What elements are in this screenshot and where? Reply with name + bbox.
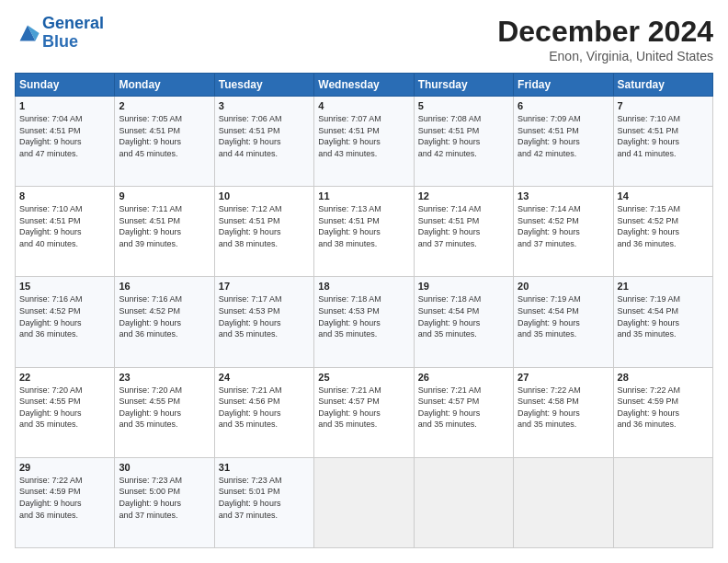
day-info: Sunrise: 7:22 AM Sunset: 4:59 PM Dayligh… [618,385,709,431]
day-cell: 20Sunrise: 7:19 AM Sunset: 4:54 PM Dayli… [514,277,613,367]
day-cell: 9Sunrise: 7:11 AM Sunset: 4:51 PM Daylig… [115,187,214,277]
day-cell: 3Sunrise: 7:06 AM Sunset: 4:51 PM Daylig… [214,97,313,187]
month-title: December 2024 [497,15,713,49]
day-number: 27 [518,372,609,383]
day-cell: 27Sunrise: 7:22 AM Sunset: 4:58 PM Dayli… [514,367,613,457]
day-info: Sunrise: 7:06 AM Sunset: 4:51 PM Dayligh… [219,113,310,159]
day-info: Sunrise: 7:11 AM Sunset: 4:51 PM Dayligh… [119,203,210,249]
day-info: Sunrise: 7:18 AM Sunset: 4:54 PM Dayligh… [418,293,509,339]
day-info: Sunrise: 7:05 AM Sunset: 4:51 PM Dayligh… [119,113,210,159]
day-info: Sunrise: 7:22 AM Sunset: 4:58 PM Dayligh… [518,385,609,431]
day-cell: 12Sunrise: 7:14 AM Sunset: 4:51 PM Dayli… [414,187,513,277]
logo-general: General [42,14,104,32]
week-row-2: 8Sunrise: 7:10 AM Sunset: 4:51 PM Daylig… [16,187,713,277]
day-info: Sunrise: 7:08 AM Sunset: 4:51 PM Dayligh… [418,113,509,159]
day-cell: 16Sunrise: 7:16 AM Sunset: 4:52 PM Dayli… [115,277,214,367]
day-number: 9 [119,190,210,201]
weekday-header-saturday: Saturday [613,74,712,97]
day-info: Sunrise: 7:16 AM Sunset: 4:52 PM Dayligh… [19,293,110,339]
day-cell: 29Sunrise: 7:22 AM Sunset: 4:59 PM Dayli… [16,457,115,547]
day-cell: 31Sunrise: 7:23 AM Sunset: 5:01 PM Dayli… [214,457,313,547]
day-number: 26 [418,372,509,383]
day-number: 19 [418,281,509,292]
day-cell [314,457,414,547]
day-info: Sunrise: 7:21 AM Sunset: 4:57 PM Dayligh… [418,385,509,431]
day-cell: 8Sunrise: 7:10 AM Sunset: 4:51 PM Daylig… [16,187,115,277]
day-cell [514,457,613,547]
day-cell: 24Sunrise: 7:21 AM Sunset: 4:56 PM Dayli… [214,367,313,457]
day-info: Sunrise: 7:21 AM Sunset: 4:57 PM Dayligh… [318,385,409,431]
day-number: 11 [318,190,409,201]
day-number: 2 [119,100,210,111]
logo: General Blue [15,15,104,52]
header: General Blue December 2024 Enon, Virgini… [15,15,713,63]
day-info: Sunrise: 7:14 AM Sunset: 4:51 PM Dayligh… [418,203,509,249]
weekday-header-monday: Monday [115,74,214,97]
day-number: 18 [318,281,409,292]
day-cell: 18Sunrise: 7:18 AM Sunset: 4:53 PM Dayli… [314,277,414,367]
day-info: Sunrise: 7:16 AM Sunset: 4:52 PM Dayligh… [119,293,210,339]
day-number: 8 [19,190,110,201]
week-row-4: 22Sunrise: 7:20 AM Sunset: 4:55 PM Dayli… [16,367,713,457]
weekday-header-thursday: Thursday [414,74,513,97]
day-cell: 21Sunrise: 7:19 AM Sunset: 4:54 PM Dayli… [613,277,712,367]
day-number: 20 [518,281,609,292]
day-info: Sunrise: 7:19 AM Sunset: 4:54 PM Dayligh… [618,293,709,339]
weekday-header-friday: Friday [514,74,613,97]
weekday-header-wednesday: Wednesday [314,74,414,97]
day-info: Sunrise: 7:19 AM Sunset: 4:54 PM Dayligh… [518,293,609,339]
page: General Blue December 2024 Enon, Virgini… [0,0,728,563]
day-number: 28 [618,372,709,383]
day-number: 21 [618,281,709,292]
location: Enon, Virginia, United States [497,49,713,63]
day-number: 30 [119,462,210,473]
day-cell [414,457,513,547]
day-info: Sunrise: 7:20 AM Sunset: 4:55 PM Dayligh… [19,385,110,431]
day-cell: 14Sunrise: 7:15 AM Sunset: 4:52 PM Dayli… [613,187,712,277]
weekday-header-sunday: Sunday [16,74,115,97]
day-cell: 2Sunrise: 7:05 AM Sunset: 4:51 PM Daylig… [115,97,214,187]
day-info: Sunrise: 7:10 AM Sunset: 4:51 PM Dayligh… [618,113,709,159]
day-info: Sunrise: 7:20 AM Sunset: 4:55 PM Dayligh… [119,385,210,431]
logo-icon [15,20,40,46]
day-cell: 22Sunrise: 7:20 AM Sunset: 4:55 PM Dayli… [16,367,115,457]
day-info: Sunrise: 7:12 AM Sunset: 4:51 PM Dayligh… [219,203,310,249]
day-number: 10 [219,190,310,201]
day-number: 12 [418,190,509,201]
day-number: 7 [618,100,709,111]
calendar-body: 1Sunrise: 7:04 AM Sunset: 4:51 PM Daylig… [16,97,713,548]
day-cell: 26Sunrise: 7:21 AM Sunset: 4:57 PM Dayli… [414,367,513,457]
day-cell: 7Sunrise: 7:10 AM Sunset: 4:51 PM Daylig… [613,97,712,187]
day-number: 4 [318,100,409,111]
day-info: Sunrise: 7:23 AM Sunset: 5:00 PM Dayligh… [119,475,210,521]
day-number: 5 [418,100,509,111]
week-row-1: 1Sunrise: 7:04 AM Sunset: 4:51 PM Daylig… [16,97,713,187]
day-number: 13 [518,190,609,201]
day-info: Sunrise: 7:22 AM Sunset: 4:59 PM Dayligh… [19,475,110,521]
day-cell: 10Sunrise: 7:12 AM Sunset: 4:51 PM Dayli… [214,187,313,277]
day-cell: 13Sunrise: 7:14 AM Sunset: 4:52 PM Dayli… [514,187,613,277]
day-info: Sunrise: 7:10 AM Sunset: 4:51 PM Dayligh… [19,203,110,249]
day-number: 15 [19,281,110,292]
day-info: Sunrise: 7:21 AM Sunset: 4:56 PM Dayligh… [219,385,310,431]
day-number: 29 [19,462,110,473]
day-number: 24 [219,372,310,383]
day-cell: 17Sunrise: 7:17 AM Sunset: 4:53 PM Dayli… [214,277,313,367]
weekday-header-tuesday: Tuesday [214,74,313,97]
day-number: 23 [119,372,210,383]
calendar-header-row: SundayMondayTuesdayWednesdayThursdayFrid… [16,74,713,97]
day-number: 1 [19,100,110,111]
day-info: Sunrise: 7:23 AM Sunset: 5:01 PM Dayligh… [219,475,310,521]
day-info: Sunrise: 7:04 AM Sunset: 4:51 PM Dayligh… [19,113,110,159]
title-block: December 2024 Enon, Virginia, United Sta… [497,15,713,63]
day-cell: 15Sunrise: 7:16 AM Sunset: 4:52 PM Dayli… [16,277,115,367]
day-info: Sunrise: 7:13 AM Sunset: 4:51 PM Dayligh… [318,203,409,249]
day-cell: 25Sunrise: 7:21 AM Sunset: 4:57 PM Dayli… [314,367,414,457]
day-cell: 23Sunrise: 7:20 AM Sunset: 4:55 PM Dayli… [115,367,214,457]
day-number: 22 [19,372,110,383]
day-cell: 11Sunrise: 7:13 AM Sunset: 4:51 PM Dayli… [314,187,414,277]
day-cell: 4Sunrise: 7:07 AM Sunset: 4:51 PM Daylig… [314,97,414,187]
day-info: Sunrise: 7:09 AM Sunset: 4:51 PM Dayligh… [518,113,609,159]
day-number: 31 [219,462,310,473]
day-cell: 6Sunrise: 7:09 AM Sunset: 4:51 PM Daylig… [514,97,613,187]
